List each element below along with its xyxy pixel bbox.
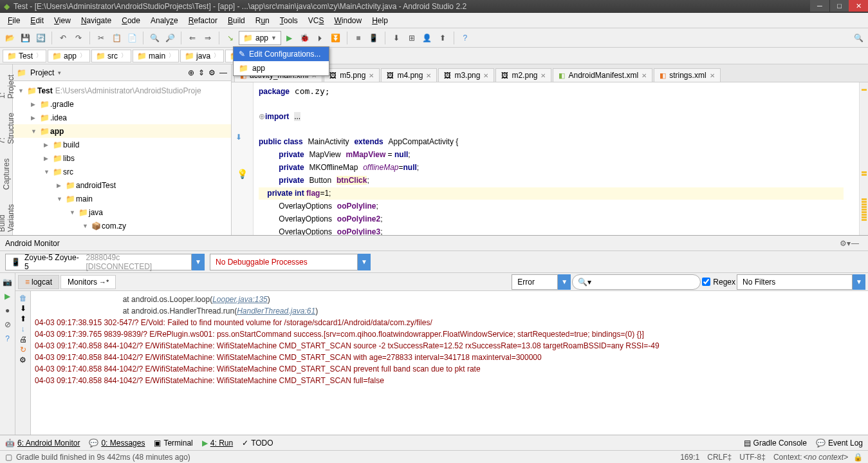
- help-icon[interactable]: ?: [1, 332, 14, 345]
- replace-icon[interactable]: 🔎: [163, 31, 177, 45]
- tree-build[interactable]: ▶📁build: [13, 138, 231, 151]
- tool1-icon[interactable]: ⊞: [405, 31, 419, 45]
- make-icon[interactable]: ↘: [223, 31, 237, 45]
- encoding[interactable]: UTF-8‡: [739, 453, 766, 462]
- regex-checkbox[interactable]: Regex: [702, 278, 735, 287]
- log-level-selector[interactable]: Error: [512, 274, 558, 290]
- debug-icon[interactable]: 🐞: [298, 31, 312, 45]
- cut-icon[interactable]: ✂: [94, 31, 108, 45]
- run-config-dropdown[interactable]: 📁 app ▼: [239, 31, 281, 45]
- log-output[interactable]: at android.os.Looper.loop(Looper.java:13…: [31, 291, 868, 435]
- tab-strings[interactable]: ◧strings.xml✕: [654, 68, 720, 82]
- tree-app[interactable]: ▼📁app: [13, 124, 231, 138]
- tab-structure[interactable]: 7: Structure: [0, 109, 16, 148]
- crumb-main[interactable]: 📁 main〉: [133, 50, 179, 62]
- tree-main[interactable]: ▼📁main: [13, 192, 231, 205]
- tab-event-log[interactable]: 💬 Event Log: [816, 439, 863, 448]
- locate-icon[interactable]: ⊕: [188, 68, 194, 77]
- tab-android-monitor[interactable]: 🤖 6: Android Monitor: [5, 439, 80, 448]
- crumb-src[interactable]: 📁 src〉: [91, 50, 131, 62]
- error-stripe[interactable]: [859, 82, 868, 235]
- log-search-input[interactable]: 🔍▾: [572, 274, 701, 290]
- menu-build[interactable]: Build: [223, 15, 250, 26]
- tree-libs[interactable]: ▶📁libs: [13, 151, 231, 165]
- print-icon[interactable]: 🖨: [19, 335, 27, 344]
- menu-vcs[interactable]: VCS: [303, 15, 329, 26]
- process-dropdown-icon[interactable]: ▼: [358, 254, 371, 270]
- tab-terminal[interactable]: ▣ Terminal: [154, 439, 192, 448]
- device-selector[interactable]: 📱 Zoyue-5 Zoyue-5 2888049c [DISCONNECTED…: [5, 254, 192, 270]
- tab-gradle-console[interactable]: ▤ Gradle Console: [744, 439, 807, 448]
- menu-view[interactable]: View: [49, 15, 76, 26]
- save-icon[interactable]: 💾: [18, 31, 32, 45]
- code-editor[interactable]: package com.zy; ⊕import ... public class…: [254, 82, 859, 235]
- hide-monitor-icon[interactable]: —: [851, 239, 863, 248]
- sdk-icon[interactable]: ⬇: [389, 31, 403, 45]
- menu-help[interactable]: Help: [367, 15, 393, 26]
- stop-icon[interactable]: ■: [351, 31, 365, 45]
- tab-run[interactable]: ▶ 4: Run: [202, 439, 233, 448]
- soft-wrap-icon[interactable]: ↓: [21, 325, 25, 334]
- tree-idea[interactable]: ▶📁.idea: [13, 111, 231, 124]
- system-info-icon[interactable]: ●: [1, 304, 14, 317]
- menu-run[interactable]: Run: [250, 15, 275, 26]
- crumb-app[interactable]: 📁 app〉: [48, 50, 90, 62]
- tree-src[interactable]: ▼📁src: [13, 165, 231, 178]
- context-value[interactable]: <no context>: [804, 453, 848, 462]
- hide-icon[interactable]: —: [219, 68, 227, 77]
- copy-icon[interactable]: 📋: [109, 31, 124, 45]
- open-icon[interactable]: 📂: [3, 31, 17, 45]
- attach-icon[interactable]: ⏬: [329, 31, 343, 45]
- find-icon[interactable]: 🔍: [147, 31, 162, 45]
- tree-gradle[interactable]: ▶📁.gradle: [13, 97, 231, 111]
- menu-file[interactable]: FFileile: [3, 15, 25, 26]
- menu-navigate[interactable]: Navigate: [76, 15, 116, 26]
- tab-m5[interactable]: 🖼m5.png✕: [324, 68, 380, 82]
- intention-bulb-icon[interactable]: 💡: [237, 169, 248, 179]
- menu-analyze[interactable]: Analyze: [145, 15, 183, 26]
- tab-m2[interactable]: 🖼m2.png✕: [495, 68, 551, 82]
- tab-messages[interactable]: 💬 0: Messages: [89, 439, 145, 448]
- tree-androidtest[interactable]: ▶📁androidTest: [13, 178, 231, 192]
- menu-window[interactable]: Window: [329, 15, 367, 26]
- collapse-icon[interactable]: ⇕: [198, 68, 205, 77]
- tab-m4[interactable]: 🖼m4.png✕: [381, 68, 437, 82]
- filter-dropdown-icon[interactable]: ▼: [853, 274, 865, 290]
- panel-title[interactable]: Project: [30, 68, 54, 77]
- avd-icon[interactable]: 📱: [367, 31, 381, 45]
- filter-selector[interactable]: No Filters: [737, 274, 853, 290]
- menu-refactor[interactable]: Refactor: [183, 15, 223, 26]
- menu-code[interactable]: Code: [116, 15, 145, 26]
- line-sep[interactable]: CRLF‡: [707, 453, 732, 462]
- settings-icon[interactable]: ⚙: [208, 68, 216, 77]
- help-icon[interactable]: ?: [458, 31, 472, 45]
- scroll-up-icon[interactable]: ⬆: [20, 314, 26, 323]
- gear-icon[interactable]: ⚙▾: [840, 239, 851, 248]
- back-icon[interactable]: ⇐: [185, 31, 199, 45]
- crumb-java[interactable]: 📁 java〉: [180, 50, 224, 62]
- terminate-icon[interactable]: ⊘: [1, 318, 14, 331]
- paste-icon[interactable]: 📄: [125, 31, 139, 45]
- maximize-button[interactable]: □: [829, 0, 849, 12]
- tab-todo[interactable]: ✓ TODO: [242, 439, 273, 448]
- tree-root[interactable]: ▼📁TestE:\Users\Administrator\AndroidStud…: [13, 84, 231, 97]
- screenshot-icon[interactable]: 📷: [1, 276, 14, 288]
- tool2-icon[interactable]: 👤: [420, 31, 434, 45]
- restart-icon[interactable]: ↻: [20, 345, 26, 354]
- tab-captures[interactable]: Captures: [1, 155, 12, 194]
- redo-icon[interactable]: ↷: [71, 31, 86, 45]
- tab-project[interactable]: 1: Project: [0, 71, 16, 102]
- process-selector[interactable]: No Debuggable Processes: [210, 254, 358, 270]
- sync-icon[interactable]: 🔄: [33, 31, 48, 45]
- menu-edit[interactable]: Edit: [25, 15, 49, 26]
- edit-configurations-item[interactable]: ✎Edit Configurations...: [234, 47, 329, 61]
- tree-java[interactable]: ▼📁java: [13, 205, 231, 219]
- minimize-button[interactable]: ─: [810, 0, 829, 12]
- profile-icon[interactable]: ⏵: [313, 31, 328, 45]
- run-icon[interactable]: ▶: [282, 31, 297, 45]
- tab-build-variants[interactable]: Build Variants: [0, 200, 16, 235]
- tool3-icon[interactable]: ⬆: [436, 31, 450, 45]
- override-icon[interactable]: ⬇: [235, 133, 242, 142]
- tab-manifest[interactable]: ◧AndroidManifest.xml✕: [553, 68, 652, 82]
- close-button[interactable]: ✕: [849, 0, 868, 12]
